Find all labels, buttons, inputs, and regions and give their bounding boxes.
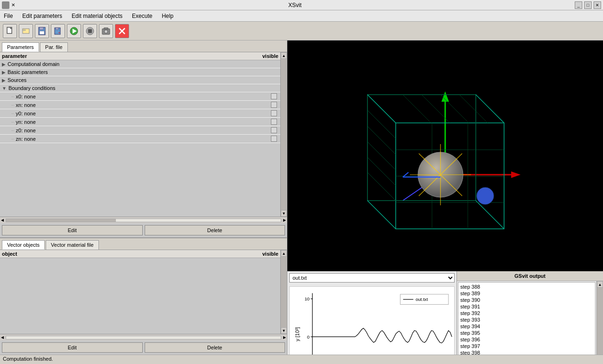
log-content[interactable]: step 388 step 389 step 390 step 391 step…	[458, 282, 595, 355]
left-panel: Parameters Par. file parameter visible ▶…	[0, 40, 287, 355]
log-line: step 398	[459, 349, 594, 355]
graph-dropdown[interactable]: out.txt	[289, 273, 455, 283]
expand-icon[interactable]: ▶	[2, 78, 6, 83]
camera-button[interactable]	[99, 24, 113, 38]
menu-execute[interactable]: Execute	[130, 12, 154, 20]
visible-check[interactable]	[269, 127, 278, 133]
scroll-up[interactable]: ▲	[281, 250, 287, 257]
vector-delete-button[interactable]: Delete	[145, 342, 285, 353]
tree-row-boundary-conditions[interactable]: ▼ Boundary conditions	[0, 84, 280, 92]
svg-rect-2	[23, 30, 25, 31]
scroll-thumb[interactable]	[281, 257, 287, 327]
vector-edit-button[interactable]: Edit	[2, 342, 143, 353]
save-as-button[interactable]: *	[51, 24, 65, 38]
new-button[interactable]	[3, 24, 17, 38]
params-delete-button[interactable]: Delete	[145, 225, 285, 235]
menu-bar: File Edit parameters Edit material objec…	[0, 10, 603, 22]
svg-text:y [10³]: y [10³]	[294, 327, 300, 341]
tree-row-z0[interactable]: – z0: none	[0, 126, 280, 135]
expand-icon[interactable]: ▼	[2, 86, 7, 91]
log-line: step 396	[459, 336, 594, 343]
tree-row-xn[interactable]: – xn: none	[0, 101, 280, 109]
params-tree[interactable]: ▶ Computational domain ▶ Basic parameter…	[0, 60, 280, 217]
tree-row-yn[interactable]: – yn: none	[0, 118, 280, 126]
tree-row-x0[interactable]: – x0: none	[0, 92, 280, 101]
tab-parameters[interactable]: Parameters	[2, 42, 39, 52]
hscroll-right[interactable]: ▶	[282, 335, 287, 340]
visible-check[interactable]	[269, 102, 278, 108]
scroll-thumb[interactable]	[597, 288, 603, 355]
scroll-down[interactable]: ▼	[281, 327, 287, 334]
tree-row-computational-domain[interactable]: ▶ Computational domain	[0, 60, 280, 68]
3d-viewport[interactable]	[287, 40, 603, 271]
checkbox[interactable]	[271, 136, 277, 142]
scroll-up[interactable]: ▲	[597, 281, 603, 288]
checkbox[interactable]	[271, 119, 277, 125]
visible-check[interactable]	[269, 110, 278, 116]
play-button[interactable]	[67, 24, 81, 38]
expand-icon[interactable]: ▶	[2, 70, 6, 75]
stop-button[interactable]	[83, 24, 97, 38]
tab-vector-objects[interactable]: Vector objects	[2, 240, 45, 250]
open-button[interactable]	[19, 24, 33, 38]
scroll-up[interactable]: ▲	[281, 52, 287, 59]
output-title: GSvit output	[457, 271, 603, 281]
expand-icon: –	[11, 119, 14, 124]
row-label: Sources	[8, 77, 269, 83]
hscroll-track[interactable]	[6, 218, 281, 222]
checkbox[interactable]	[271, 127, 277, 133]
params-table-header: parameter visible	[0, 52, 280, 60]
scroll-thumb[interactable]	[281, 59, 287, 210]
expand-icon[interactable]: ▶	[2, 62, 6, 67]
checkbox[interactable]	[271, 102, 277, 108]
vector-col-visible: visible	[262, 251, 278, 257]
tree-row-y0[interactable]: – y0: none	[0, 109, 280, 118]
hscroll-left[interactable]: ◀	[0, 335, 5, 340]
row-label: Boundary conditions	[8, 85, 269, 91]
maximize-btn[interactable]: □	[584, 1, 592, 9]
menu-edit-material[interactable]: Edit material objects	[70, 12, 124, 20]
svg-text:0: 0	[307, 334, 310, 340]
graph-canvas: y [10³] x 10 0 -10 0 100	[289, 286, 455, 355]
vector-vscroll[interactable]: ▲ ▼	[280, 250, 287, 334]
status-bar: Computation finished.	[0, 355, 603, 364]
expand-icon: –	[11, 94, 14, 99]
hscroll-track[interactable]	[6, 336, 281, 340]
tree-row-zn[interactable]: – zn: none	[0, 135, 280, 143]
visible-check[interactable]	[269, 136, 278, 142]
window-controls: _ □ ✕	[575, 1, 601, 9]
exit-button[interactable]	[115, 24, 129, 38]
svg-point-14	[105, 30, 108, 33]
visible-check[interactable]	[269, 93, 278, 99]
vector-table-header: object visible	[0, 250, 280, 258]
menu-edit-params[interactable]: Edit parameters	[20, 12, 64, 20]
menu-file[interactable]: File	[2, 12, 15, 20]
hscroll-left[interactable]: ◀	[0, 218, 5, 222]
vector-table[interactable]	[0, 258, 280, 334]
tree-row-sources[interactable]: ▶ Sources	[0, 76, 280, 84]
close-btn[interactable]: ✕	[11, 2, 15, 8]
row-label: Computational domain	[8, 61, 269, 67]
params-vscroll[interactable]: ▲ ▼	[280, 52, 287, 217]
params-edit-button[interactable]: Edit	[2, 225, 143, 235]
params-hscroll[interactable]: ◀ ▶	[0, 217, 287, 223]
hscroll-right[interactable]: ▶	[282, 218, 287, 222]
save-button[interactable]	[35, 24, 49, 38]
main-content: Parameters Par. file parameter visible ▶…	[0, 40, 603, 355]
scroll-down[interactable]: ▼	[281, 210, 287, 217]
vector-hscroll[interactable]: ◀ ▶	[0, 334, 287, 340]
svg-rect-12	[88, 29, 92, 33]
menu-help[interactable]: Help	[160, 12, 175, 20]
visible-check[interactable]	[269, 119, 278, 125]
tab-vector-material[interactable]: Vector material file	[46, 240, 98, 250]
tree-row-basic-parameters[interactable]: ▶ Basic parameters	[0, 68, 280, 76]
right-panel: out.txt y [10³] x	[287, 40, 603, 355]
checkbox[interactable]	[271, 110, 277, 116]
log-line: step 390	[459, 297, 594, 303]
winclose-btn[interactable]: ✕	[594, 1, 601, 9]
graph-area: out.txt y [10³] x	[287, 271, 457, 355]
checkbox[interactable]	[271, 93, 277, 99]
tab-par-file[interactable]: Par. file	[40, 42, 68, 52]
log-vscroll[interactable]: ▲ ▼	[596, 281, 603, 355]
minimize-btn[interactable]: _	[575, 1, 582, 9]
